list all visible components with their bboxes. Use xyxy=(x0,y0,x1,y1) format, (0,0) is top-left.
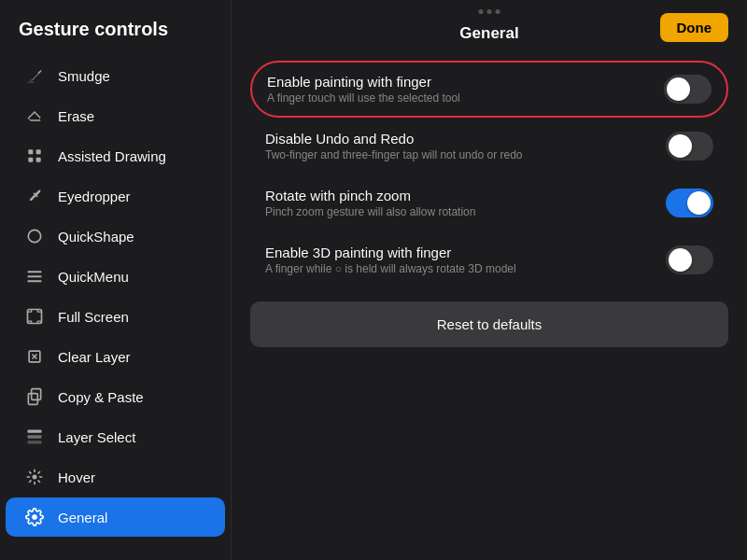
assisted-drawing-icon xyxy=(24,146,45,166)
setting-description-enable-3d-painting: A finger while ○ is held will always rot… xyxy=(265,262,666,275)
sidebar-item-hover[interactable]: Hover xyxy=(6,457,225,497)
sidebar-item-label-smudge: Smudge xyxy=(58,68,110,84)
general-icon xyxy=(24,507,45,527)
header-dots xyxy=(479,9,500,14)
toggle-disable-undo-redo[interactable] xyxy=(666,132,713,161)
toggle-thumb-disable-undo-redo xyxy=(669,134,692,158)
svg-rect-3 xyxy=(36,158,41,162)
toggle-track-enable-painting xyxy=(664,75,712,104)
page-title: General xyxy=(459,24,518,43)
sidebar-item-label-eyedropper: Eyedropper xyxy=(58,189,131,204)
setting-row-enable-3d-painting: Enable 3D painting with fingerA finger w… xyxy=(250,231,728,288)
settings-container: Enable painting with fingerA finger touc… xyxy=(232,51,747,560)
setting-description-rotate-pinch-zoom: Pinch zoom gesture will also allow rotat… xyxy=(265,205,666,218)
svg-rect-5 xyxy=(28,271,42,273)
toggle-thumb-enable-3d-painting xyxy=(669,248,692,272)
eyedropper-icon xyxy=(24,186,45,206)
sidebar-item-general[interactable]: General xyxy=(6,497,225,537)
sidebar-item-label-hover: Hover xyxy=(58,469,95,485)
sidebar-item-quickmenu[interactable]: QuickMenu xyxy=(6,257,225,296)
setting-row-disable-undo-redo: Disable Undo and RedoTwo-finger and thre… xyxy=(250,118,728,175)
sidebar-item-label-quickshape: QuickShape xyxy=(58,229,134,245)
sidebar-item-assisted-drawing[interactable]: Assisted Drawing xyxy=(6,136,225,175)
setting-text-rotate-pinch-zoom: Rotate with pinch zoomPinch zoom gesture… xyxy=(265,188,666,218)
sidebar-item-eyedropper[interactable]: Eyedropper xyxy=(6,176,225,216)
reset-defaults-button[interactable]: Reset to defaults xyxy=(250,301,728,347)
sidebar-item-label-full-screen: Full Screen xyxy=(58,309,129,325)
sidebar-item-label-assisted-drawing: Assisted Drawing xyxy=(58,148,166,164)
setting-text-enable-3d-painting: Enable 3D painting with fingerA finger w… xyxy=(265,245,666,275)
header-dot-1 xyxy=(479,9,484,14)
sidebar-item-label-quickmenu: QuickMenu xyxy=(58,269,129,285)
toggle-thumb-enable-painting xyxy=(667,77,690,101)
setting-text-disable-undo-redo: Disable Undo and RedoTwo-finger and thre… xyxy=(265,131,666,161)
toggle-rotate-pinch-zoom[interactable] xyxy=(666,189,713,217)
toggle-enable-3d-painting[interactable] xyxy=(666,245,713,274)
svg-rect-1 xyxy=(36,149,41,154)
main-content: General Done Enable painting with finger… xyxy=(232,0,747,560)
setting-label-disable-undo-redo: Disable Undo and Redo xyxy=(265,131,666,147)
header: General Done xyxy=(232,0,747,51)
header-dot-3 xyxy=(496,9,500,14)
svg-rect-2 xyxy=(28,158,33,162)
sidebar-title: Gesture controls xyxy=(0,9,231,55)
full-screen-icon xyxy=(24,306,45,327)
sidebar-item-clear-layer[interactable]: Clear Layer xyxy=(6,337,225,376)
svg-rect-14 xyxy=(28,441,42,443)
sidebar: Gesture controls SmudgeEraseAssisted Dra… xyxy=(0,0,232,560)
sidebar-item-label-general: General xyxy=(58,510,107,525)
hover-icon xyxy=(24,467,45,487)
setting-description-disable-undo-redo: Two-finger and three-finger tap will not… xyxy=(265,148,666,161)
sidebar-item-layer-select[interactable]: Layer Select xyxy=(6,417,225,456)
clear-layer-icon xyxy=(24,346,45,367)
quickmenu-icon xyxy=(24,266,45,287)
setting-text-enable-painting: Enable painting with fingerA finger touc… xyxy=(267,74,664,105)
smudge-icon xyxy=(24,65,45,86)
setting-label-enable-painting: Enable painting with finger xyxy=(267,74,664,90)
sidebar-item-label-layer-select: Layer Select xyxy=(58,429,135,445)
svg-rect-0 xyxy=(28,149,33,154)
copy-paste-icon xyxy=(24,386,45,407)
header-dot-2 xyxy=(487,9,492,14)
setting-description-enable-painting: A finger touch will use the selected too… xyxy=(267,91,664,105)
done-button[interactable]: Done xyxy=(660,13,729,42)
erase-icon xyxy=(24,105,45,126)
svg-rect-12 xyxy=(28,430,42,433)
toggle-enable-painting[interactable] xyxy=(664,75,712,104)
sidebar-item-erase[interactable]: Erase xyxy=(6,96,225,135)
sidebar-item-label-copy-paste: Copy & Paste xyxy=(58,389,144,405)
svg-point-15 xyxy=(33,475,37,480)
svg-rect-7 xyxy=(28,280,42,282)
sidebar-item-label-clear-layer: Clear Layer xyxy=(58,349,131,365)
setting-row-rotate-pinch-zoom: Rotate with pinch zoomPinch zoom gesture… xyxy=(250,175,728,231)
toggle-track-enable-3d-painting xyxy=(666,245,713,274)
svg-rect-13 xyxy=(28,435,42,438)
toggle-thumb-rotate-pinch-zoom xyxy=(687,191,711,215)
quickshape-icon xyxy=(24,226,45,246)
svg-point-4 xyxy=(28,230,40,242)
setting-row-enable-painting: Enable painting with fingerA finger touc… xyxy=(250,61,728,118)
setting-label-rotate-pinch-zoom: Rotate with pinch zoom xyxy=(265,188,666,203)
sidebar-item-quickshape[interactable]: QuickShape xyxy=(6,217,225,256)
svg-rect-6 xyxy=(28,275,42,277)
sidebar-item-label-erase: Erase xyxy=(58,108,94,124)
sidebar-item-full-screen[interactable]: Full Screen xyxy=(6,297,225,336)
toggle-track-rotate-pinch-zoom xyxy=(666,189,713,217)
sidebar-item-copy-paste[interactable]: Copy & Paste xyxy=(6,377,225,416)
sidebar-item-smudge[interactable]: Smudge xyxy=(6,56,225,95)
layer-select-icon xyxy=(24,427,45,447)
toggle-track-disable-undo-redo xyxy=(666,132,713,161)
setting-label-enable-3d-painting: Enable 3D painting with finger xyxy=(265,245,666,260)
